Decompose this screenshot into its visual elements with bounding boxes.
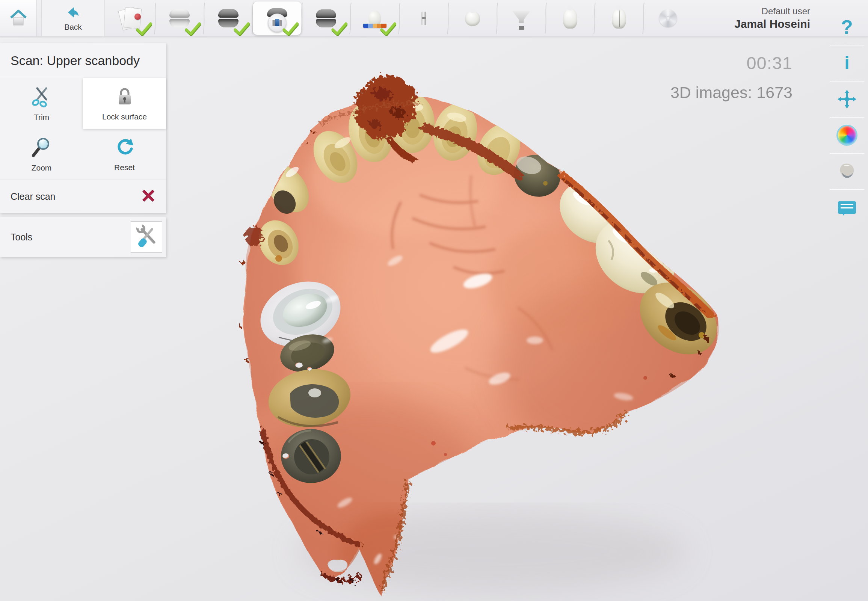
back-arrow-icon (66, 5, 81, 21)
tools-panel: Tools (0, 217, 166, 257)
workflow-step-scanbody-post[interactable] (399, 2, 448, 35)
tools-label: Tools (11, 232, 32, 243)
scan-status: 00:31 3D images: 1673 (670, 53, 793, 102)
lock-surface-button[interactable]: Lock surface (83, 78, 166, 129)
top-toolbar: Back Default user Jamal Hoseini (0, 0, 868, 37)
scissors-icon (31, 85, 53, 109)
reset-label: Reset (114, 163, 135, 172)
home-icon (8, 7, 29, 30)
trim-button[interactable]: Trim (0, 78, 83, 129)
color-wheel-icon (836, 125, 857, 146)
workflow-step-finish-export[interactable] (644, 2, 692, 35)
clear-scan-label: Clear scan (11, 191, 56, 202)
zoom-label: Zoom (32, 163, 52, 172)
home-button[interactable] (0, 0, 37, 37)
scan-panel: Scan: Upper scanbody Trim (0, 43, 166, 213)
panel-button-grid: Trim Lock surface (0, 78, 166, 180)
right-sidebar: ?i (826, 9, 868, 225)
feedback-icon (838, 201, 856, 214)
workflow-step-scan-occlusion[interactable] (204, 2, 253, 35)
workflow-step-scan-upper-lower[interactable] (155, 2, 204, 35)
lock-icon (114, 85, 136, 109)
workflow-step-crown-split[interactable] (595, 2, 644, 35)
workflow-step-scan-upper-scanbody[interactable] (253, 2, 302, 35)
back-button[interactable]: Back (41, 0, 105, 37)
reset-button[interactable]: Reset (83, 129, 166, 180)
trim-label: Trim (34, 113, 49, 122)
image-count: 3D images: 1673 (670, 83, 793, 102)
move-icon (837, 89, 857, 109)
user-role: Default user (734, 6, 810, 17)
app-window: Back Default user Jamal Hoseini 00:31 3D… (0, 0, 868, 601)
move-button[interactable] (826, 81, 868, 117)
workflow-step-abutment[interactable] (497, 2, 546, 35)
clear-x-icon (140, 187, 157, 206)
user-info[interactable]: Default user Jamal Hoseini (734, 6, 810, 31)
clear-scan-button[interactable]: Clear scan (0, 180, 166, 213)
reset-arrow-icon (114, 136, 136, 160)
info-icon: i (844, 54, 849, 72)
tools-button[interactable] (131, 221, 162, 253)
scan-timer: 00:31 (670, 53, 793, 73)
feedback-button[interactable] (826, 189, 868, 225)
back-label: Back (64, 23, 82, 32)
zoom-button[interactable]: Zoom (0, 129, 83, 180)
workflow-step-shade-measurement[interactable] (351, 2, 399, 35)
tools-icon (134, 224, 159, 250)
lock-surface-label: Lock surface (102, 112, 147, 121)
workflow-step-order-form[interactable] (106, 2, 155, 35)
magnifier-icon (31, 136, 53, 160)
workflow-step-crown-design[interactable] (448, 2, 497, 35)
image-count-label: 3D images: (670, 83, 752, 101)
workflow-step-crown-final[interactable] (546, 2, 595, 35)
user-name: Jamal Hoseini (734, 18, 810, 31)
model-3d-icon (837, 162, 857, 181)
workflow-step-scan-bite[interactable] (302, 2, 351, 35)
panel-title: Scan: Upper scanbody (0, 43, 166, 78)
color-wheel-button[interactable] (826, 117, 868, 153)
model-button[interactable] (826, 153, 868, 189)
workflow-steps (106, 0, 692, 37)
help-button[interactable]: ? (826, 9, 868, 45)
help-icon: ? (841, 17, 853, 37)
image-count-value: 1673 (757, 83, 793, 101)
info-button[interactable]: i (826, 45, 868, 81)
